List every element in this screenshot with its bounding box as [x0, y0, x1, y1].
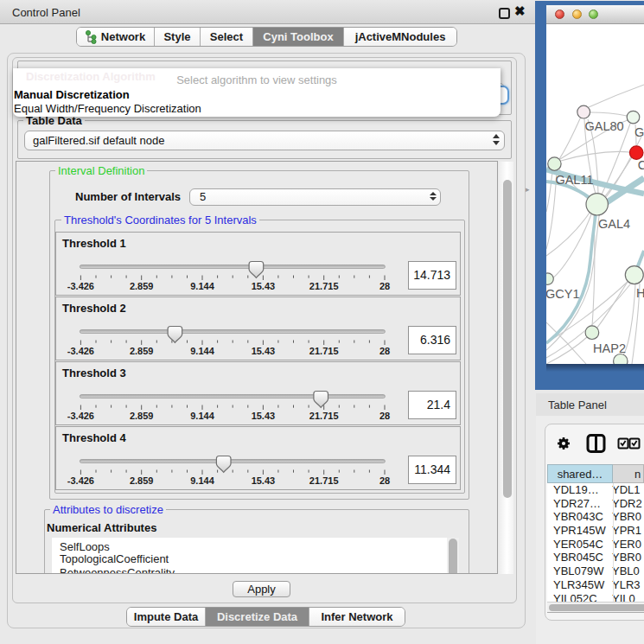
- svg-text:15.43: 15.43: [252, 411, 276, 421]
- svg-text:-3.426: -3.426: [67, 411, 94, 421]
- svg-text:21.715: 21.715: [309, 475, 339, 486]
- svg-text:2.859: 2.859: [130, 281, 154, 291]
- svg-text:C: C: [638, 158, 644, 172]
- svg-text:28: 28: [379, 475, 390, 486]
- svg-text:9.144: 9.144: [190, 281, 214, 291]
- svg-text:2.859: 2.859: [130, 411, 154, 421]
- svg-text:21.715: 21.715: [309, 411, 339, 421]
- svg-text:GAL4: GAL4: [598, 217, 630, 231]
- svg-text:HAP2: HAP2: [593, 341, 626, 355]
- svg-text:15.43: 15.43: [252, 346, 276, 356]
- svg-text:H: H: [636, 286, 644, 300]
- svg-text:-3.426: -3.426: [67, 346, 94, 356]
- svg-text:21.715: 21.715: [309, 281, 339, 291]
- svg-text:21.715: 21.715: [309, 346, 339, 356]
- svg-text:G.: G.: [634, 125, 644, 139]
- svg-text:9.144: 9.144: [190, 411, 214, 421]
- svg-text:2.859: 2.859: [130, 475, 154, 486]
- svg-text:9.144: 9.144: [190, 475, 214, 486]
- svg-text:28: 28: [379, 346, 390, 356]
- svg-text:2.859: 2.859: [130, 346, 154, 356]
- svg-text:15.43: 15.43: [252, 281, 276, 291]
- svg-text:GCY1: GCY1: [546, 287, 580, 301]
- svg-text:GAL80: GAL80: [585, 119, 624, 133]
- svg-text:15.43: 15.43: [252, 475, 276, 486]
- svg-text:GAL11: GAL11: [555, 173, 593, 187]
- svg-text:-3.426: -3.426: [67, 475, 94, 486]
- svg-text:9.144: 9.144: [190, 346, 214, 356]
- svg-text:28: 28: [379, 281, 390, 291]
- svg-text:-3.426: -3.426: [67, 281, 94, 291]
- svg-text:28: 28: [379, 411, 390, 421]
